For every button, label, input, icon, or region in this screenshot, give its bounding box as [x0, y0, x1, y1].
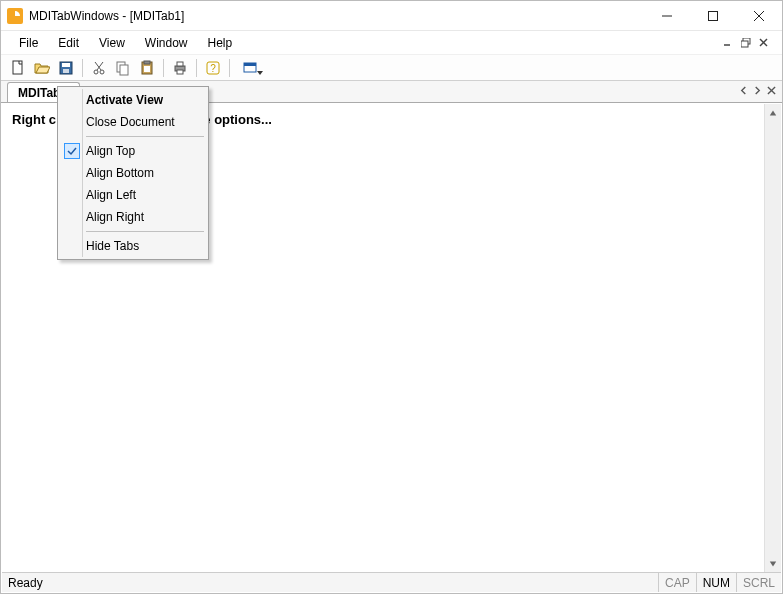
svg-rect-23 — [177, 62, 183, 66]
open-icon[interactable] — [31, 57, 53, 79]
cut-icon[interactable] — [88, 57, 110, 79]
menu-align-bottom[interactable]: Align Bottom — [60, 162, 206, 184]
menu-hide-tabs[interactable]: Hide Tabs — [60, 235, 206, 257]
menu-file[interactable]: File — [9, 34, 48, 52]
status-num: NUM — [696, 573, 736, 592]
status-panes: CAP NUM SCRL — [658, 573, 781, 592]
menu-activate-view[interactable]: Activate View — [60, 89, 206, 111]
close-button[interactable] — [736, 1, 782, 30]
svg-point-15 — [94, 70, 98, 74]
tab-strip-controls — [736, 83, 778, 97]
app-icon — [7, 8, 23, 24]
save-icon[interactable] — [55, 57, 77, 79]
menu-align-right[interactable]: Align Right — [60, 206, 206, 228]
window-controls — [644, 1, 782, 30]
menu-item-label: Activate View — [86, 93, 163, 107]
status-cap: CAP — [658, 573, 696, 592]
hint-text-right: e options... — [203, 112, 272, 127]
menu-edit[interactable]: Edit — [48, 34, 89, 52]
paste-icon[interactable] — [136, 57, 158, 79]
svg-marker-31 — [770, 110, 776, 115]
mdi-child-controls — [720, 36, 774, 50]
svg-rect-21 — [144, 66, 150, 72]
svg-point-16 — [100, 70, 104, 74]
maximize-button[interactable] — [690, 1, 736, 30]
svg-marker-32 — [770, 561, 776, 566]
menu-view[interactable]: View — [89, 34, 135, 52]
status-ready: Ready — [8, 576, 43, 590]
menu-align-top[interactable]: Align Top — [60, 140, 206, 162]
scroll-up-icon[interactable] — [765, 104, 781, 121]
menu-window[interactable]: Window — [135, 34, 198, 52]
windows-dropdown-icon[interactable] — [235, 57, 267, 79]
svg-rect-1 — [709, 11, 718, 20]
tab-context-menu: Activate View Close Document Align Top A… — [57, 86, 209, 260]
toolbar-separator — [163, 59, 164, 77]
chevron-down-icon — [257, 71, 263, 75]
svg-rect-12 — [63, 69, 69, 73]
new-icon[interactable] — [7, 57, 29, 79]
menu-item-label: Hide Tabs — [86, 239, 139, 253]
menu-item-label: Align Right — [86, 210, 144, 224]
status-bar: Ready CAP NUM SCRL — [2, 572, 781, 592]
window-title: MDITabWindows - [MDITab1] — [29, 9, 184, 23]
svg-rect-18 — [120, 65, 128, 75]
status-scrl: SCRL — [736, 573, 781, 592]
svg-rect-24 — [177, 70, 183, 74]
svg-rect-6 — [741, 41, 748, 47]
copy-icon[interactable] — [112, 57, 134, 79]
svg-rect-20 — [144, 61, 150, 64]
menu-separator — [86, 136, 204, 137]
scroll-down-icon[interactable] — [765, 555, 781, 572]
tab-close-icon[interactable] — [764, 83, 778, 97]
menu-item-label: Align Left — [86, 188, 136, 202]
menu-help[interactable]: Help — [198, 34, 243, 52]
tab-scroll-right-icon[interactable] — [750, 83, 764, 97]
svg-text:?: ? — [210, 63, 216, 74]
scroll-track[interactable] — [765, 121, 781, 555]
print-icon[interactable] — [169, 57, 191, 79]
toolbar-separator — [196, 59, 197, 77]
tab-scroll-left-icon[interactable] — [736, 83, 750, 97]
svg-rect-11 — [62, 63, 70, 67]
minimize-button[interactable] — [644, 1, 690, 30]
title-bar: MDITabWindows - [MDITab1] — [1, 1, 782, 31]
svg-rect-28 — [244, 63, 256, 66]
hint-text-left: Right c — [12, 112, 56, 127]
menu-item-label: Close Document — [86, 115, 175, 129]
check-icon — [64, 143, 80, 159]
help-icon[interactable]: ? — [202, 57, 224, 79]
menu-item-label: Align Top — [86, 144, 135, 158]
toolbar: ? — [1, 55, 782, 81]
vertical-scrollbar[interactable] — [764, 104, 781, 572]
svg-rect-9 — [13, 61, 22, 74]
mdi-restore-icon[interactable] — [738, 36, 754, 50]
menu-close-document[interactable]: Close Document — [60, 111, 206, 133]
toolbar-separator — [229, 59, 230, 77]
mdi-minimize-icon[interactable] — [720, 36, 736, 50]
mdi-close-icon[interactable] — [756, 36, 772, 50]
menu-separator — [86, 231, 204, 232]
toolbar-separator — [82, 59, 83, 77]
menu-item-label: Align Bottom — [86, 166, 154, 180]
menu-bar: File Edit View Window Help — [1, 31, 782, 55]
menu-align-left[interactable]: Align Left — [60, 184, 206, 206]
